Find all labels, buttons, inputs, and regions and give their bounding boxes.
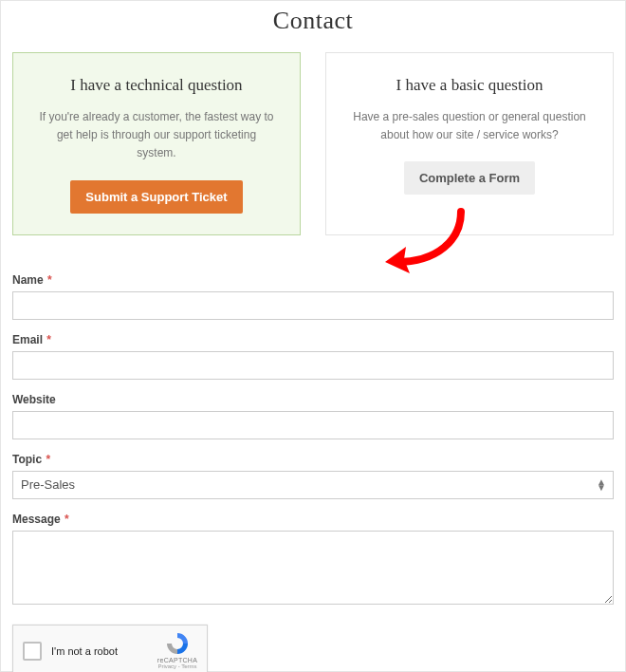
recaptcha-checkbox[interactable] [23, 642, 42, 661]
website-label-text: Website [12, 393, 56, 406]
recaptcha-badge: reCAPTCHA Privacy - Terms [156, 631, 199, 669]
name-label-text: Name [12, 273, 44, 287]
recaptcha-logo-icon [165, 631, 190, 656]
card-technical: I have a technical question If you're al… [12, 52, 301, 235]
contact-page: Contact I have a technical question If y… [0, 0, 626, 672]
field-topic: Topic * Pre-Sales ▲▼ [12, 453, 614, 499]
card-basic-desc: Have a pre-sales question or general que… [345, 108, 594, 144]
recaptcha-widget[interactable]: I'm not a robot reCAPTCHA Privacy - Term… [12, 625, 208, 672]
topic-label-text: Topic [12, 453, 42, 466]
message-label: Message * [12, 513, 614, 526]
recaptcha-links: Privacy - Terms [156, 663, 199, 669]
topic-select[interactable]: Pre-Sales [12, 471, 614, 499]
card-basic: I have a basic question Have a pre-sales… [325, 52, 614, 235]
complete-form-button[interactable]: Complete a Form [404, 161, 535, 195]
field-website: Website [12, 393, 614, 439]
page-title: Contact [12, 7, 614, 35]
topic-label: Topic * [12, 453, 614, 466]
option-cards: I have a technical question If you're al… [12, 52, 614, 235]
card-technical-title: I have a technical question [32, 76, 281, 95]
name-input[interactable] [12, 291, 614, 320]
field-name: Name * [12, 273, 614, 320]
recaptcha-text: I'm not a robot [51, 645, 118, 657]
card-technical-desc: If you're already a customer, the fastes… [32, 108, 281, 163]
website-label: Website [12, 393, 614, 406]
recaptcha-brand: reCAPTCHA [156, 657, 199, 663]
required-mark: * [64, 513, 69, 526]
email-input[interactable] [12, 351, 614, 380]
contact-form: Name * Email * Website Topic * [12, 273, 614, 672]
field-message: Message * [12, 513, 614, 607]
required-mark: * [46, 453, 50, 466]
message-textarea[interactable] [12, 531, 614, 605]
field-email: Email * [12, 333, 614, 380]
email-label: Email * [12, 333, 614, 346]
name-label: Name * [12, 273, 614, 287]
required-mark: * [46, 333, 51, 346]
message-label-text: Message [12, 513, 61, 526]
email-label-text: Email [12, 333, 43, 346]
required-mark: * [47, 273, 52, 287]
card-basic-title: I have a basic question [345, 76, 594, 95]
submit-support-ticket-button[interactable]: Submit a Support Ticket [70, 180, 242, 214]
website-input[interactable] [12, 411, 614, 439]
